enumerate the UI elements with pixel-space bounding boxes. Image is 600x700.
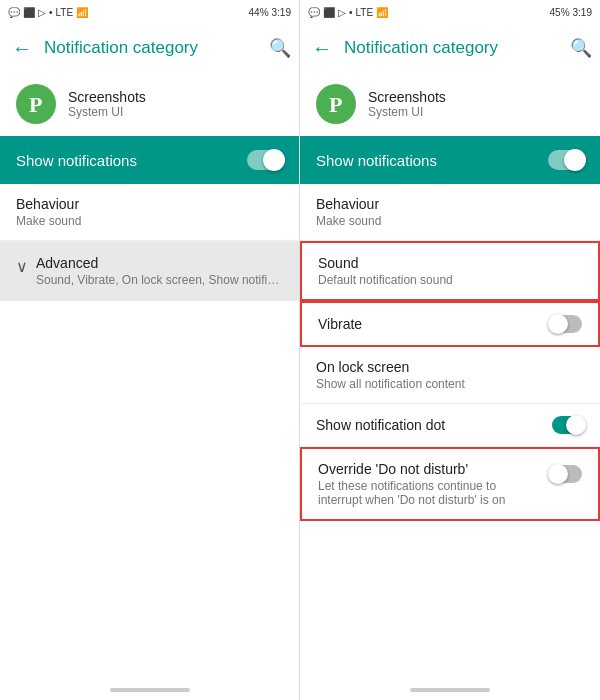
left-show-notifications-label: Show notifications (16, 152, 137, 169)
play-icon: ▷ (38, 7, 46, 18)
right-lte-icon: 📶 (376, 7, 388, 18)
left-app-icon: P (16, 84, 56, 124)
right-sound-row[interactable]: Sound Default notification sound (300, 241, 600, 301)
right-app-system: System UI (368, 105, 446, 119)
right-behaviour-row[interactable]: Behaviour Make sound (300, 184, 600, 241)
left-advanced-title: Advanced (36, 255, 279, 271)
chevron-down-icon: ∨ (16, 257, 28, 276)
left-home-bar (110, 688, 190, 692)
right-phone-panel: 💬 ⬛ ▷ • LTE 📶 45% 3:19 ← Notification ca… (300, 0, 600, 700)
right-dot-icon: • (349, 7, 353, 18)
left-app-system: System UI (68, 105, 146, 119)
lte-icon: 📶 (76, 7, 88, 18)
whatsapp-icon: 💬 (8, 7, 20, 18)
left-advanced-sub: Sound, Vibrate, On lock screen, Show not… (36, 273, 279, 287)
right-home-indicator (300, 680, 600, 700)
right-search-icon[interactable]: 🔍 (570, 37, 592, 59)
right-page-title: Notification category (344, 38, 562, 58)
right-back-button[interactable]: ← (308, 33, 336, 64)
right-vibrate-title: Vibrate (318, 316, 362, 332)
left-home-indicator (0, 680, 299, 700)
right-dnd-sub: Let these notifications continue to inte… (318, 479, 542, 507)
right-dnd-text: Override 'Do not disturb' Let these noti… (318, 461, 542, 507)
right-show-notifications-toggle[interactable] (548, 150, 584, 170)
right-status-bar: 💬 ⬛ ▷ • LTE 📶 45% 3:19 (300, 0, 600, 24)
left-search-icon[interactable]: 🔍 (269, 37, 291, 59)
right-dnd-knob (548, 464, 568, 484)
dot-icon: • (49, 7, 53, 18)
left-behaviour-sub: Make sound (16, 214, 283, 228)
right-status-icons: 💬 ⬛ ▷ • LTE 📶 (308, 7, 388, 18)
right-behaviour-title: Behaviour (316, 196, 584, 212)
right-vibrate-toggle[interactable] (550, 315, 582, 333)
right-behaviour-sub: Make sound (316, 214, 584, 228)
right-vibrate-row[interactable]: Vibrate (300, 301, 600, 347)
right-status-right: 45% 3:19 (550, 7, 592, 18)
right-home-bar (410, 688, 490, 692)
right-show-notifications-label: Show notifications (316, 152, 437, 169)
notification-icon: ⬛ (23, 7, 35, 18)
svg-text:P: P (29, 92, 42, 117)
left-page-title: Notification category (44, 38, 261, 58)
right-sound-sub: Default notification sound (318, 273, 582, 287)
right-dot-title: Show notification dot (316, 417, 445, 433)
right-vibrate-text: Vibrate (318, 316, 362, 332)
left-behaviour-title: Behaviour (16, 196, 283, 212)
left-time: 3:19 (272, 7, 291, 18)
left-app-info: P Screenshots System UI (0, 72, 299, 136)
left-app-name: Screenshots (68, 89, 146, 105)
right-lockscreen-sub: Show all notification content (316, 377, 584, 391)
right-lockscreen-row[interactable]: On lock screen Show all notification con… (300, 347, 600, 404)
right-sound-title: Sound (318, 255, 582, 271)
right-dot-toggle[interactable] (552, 416, 584, 434)
right-lte-label: LTE (356, 7, 374, 18)
left-status-right: 44% 3:19 (249, 7, 291, 18)
right-dnd-toggle[interactable] (550, 465, 582, 483)
left-status-bar: 💬 ⬛ ▷ • LTE 📶 44% 3:19 (0, 0, 299, 24)
left-status-icons: 💬 ⬛ ▷ • LTE 📶 (8, 7, 88, 18)
right-toggle-knob (564, 149, 586, 171)
left-app-text: Screenshots System UI (68, 89, 146, 119)
right-app-name: Screenshots (368, 89, 446, 105)
left-show-notifications-bar[interactable]: Show notifications (0, 136, 299, 184)
right-lockscreen-title: On lock screen (316, 359, 584, 375)
right-play-icon: ▷ (338, 7, 346, 18)
left-behaviour-row[interactable]: Behaviour Make sound (0, 184, 299, 241)
right-app-icon: P (316, 84, 356, 124)
left-back-button[interactable]: ← (8, 33, 36, 64)
right-app-info: P Screenshots System UI (300, 72, 600, 136)
right-top-bar: ← Notification category 🔍 (300, 24, 600, 72)
right-show-notifications-bar[interactable]: Show notifications (300, 136, 600, 184)
left-advanced-row[interactable]: ∨ Advanced Sound, Vibrate, On lock scree… (0, 241, 299, 301)
right-app-text: Screenshots System UI (368, 89, 446, 119)
right-time: 3:19 (573, 7, 592, 18)
left-show-notifications-toggle[interactable] (247, 150, 283, 170)
left-phone-panel: 💬 ⬛ ▷ • LTE 📶 44% 3:19 ← Notification ca… (0, 0, 300, 700)
left-advanced-text: Advanced Sound, Vibrate, On lock screen,… (36, 255, 279, 287)
right-dnd-title: Override 'Do not disturb' (318, 461, 542, 477)
right-notification-icon: ⬛ (323, 7, 335, 18)
left-battery: 44% (249, 7, 269, 18)
right-dot-text: Show notification dot (316, 417, 445, 433)
right-dot-row[interactable]: Show notification dot (300, 404, 600, 447)
lte-label: LTE (56, 7, 74, 18)
right-whatsapp-icon: 💬 (308, 7, 320, 18)
left-toggle-knob (263, 149, 285, 171)
left-top-bar: ← Notification category 🔍 (0, 24, 299, 72)
right-battery: 45% (550, 7, 570, 18)
right-vibrate-knob (548, 314, 568, 334)
svg-text:P: P (329, 92, 342, 117)
right-dot-knob (566, 415, 586, 435)
right-dnd-row[interactable]: Override 'Do not disturb' Let these noti… (300, 447, 600, 521)
